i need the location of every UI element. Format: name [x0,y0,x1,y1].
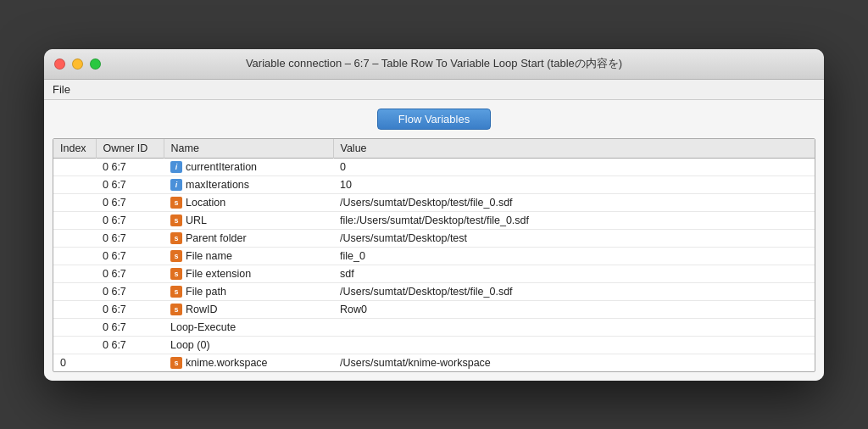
variable-name: Parent folder [186,232,247,244]
integer-icon: i [170,161,182,173]
cell-index [53,265,96,282]
table-header-row: Index Owner ID Name Value [53,139,815,159]
string-icon: s [170,286,182,298]
string-icon: s [170,197,182,209]
cell-owner: 0 6:7 [96,229,164,247]
cell-value: /Users/sumtat/Desktop/test/file_0.sdf [333,193,815,211]
string-icon: s [170,357,182,369]
cell-owner: 0 6:7 [96,193,164,211]
cell-index [53,193,96,211]
cell-value: file_0 [333,247,815,265]
cell-value: sdf [333,265,815,282]
cell-owner: 0 6:7 [96,282,164,300]
table-row: 0 6:7Loop-Execute [53,318,815,336]
cell-index [53,336,96,354]
cell-owner: 0 6:7 [96,247,164,265]
string-icon: s [170,232,182,244]
variable-name: File extension [186,268,251,280]
table-row: 0 6:7Loop (0) [53,336,815,354]
cell-value: /Users/sumtat/Desktop/test/file_0.sdf [333,282,815,300]
window-controls [54,58,101,70]
col-header-value: Value [333,139,815,159]
cell-value: 0 [333,158,815,176]
cell-owner: 0 6:7 [96,265,164,282]
table-row: 0 6:7icurrentIteration0 [53,158,815,176]
integer-icon: i [170,179,182,191]
cell-owner: 0 6:7 [96,176,164,193]
variable-name: URL [186,214,207,226]
cell-value: /Users/sumtat/knime-workspace [333,354,815,371]
variables-table-container: Index Owner ID Name Value 0 6:7icurrentI… [53,138,815,372]
table-row: 0 6:7sURLfile:/Users/sumtat/Desktop/test… [53,211,815,229]
cell-index [53,211,96,229]
cell-value: file:/Users/sumtat/Desktop/test/file_0.s… [333,211,815,229]
string-icon: s [170,304,182,315]
cell-name: Loop-Execute [164,318,333,336]
variable-name: File name [186,250,232,262]
cell-index [53,300,96,318]
col-header-owner: Owner ID [96,139,164,159]
cell-owner: 0 6:7 [96,300,164,318]
table-row: 0 6:7sLocation/Users/sumtat/Desktop/test… [53,193,815,211]
main-window: Variable connection – 6:7 – Table Row To… [44,49,824,381]
cell-name: sknime.workspace [164,354,333,371]
cell-name: icurrentIteration [164,158,333,176]
cell-value: Row0 [333,300,815,318]
cell-name: sFile path [164,282,333,300]
close-button[interactable] [54,58,65,70]
cell-owner: 0 6:7 [96,318,164,336]
toolbar-row: Flow Variables [53,109,815,130]
variable-name: Location [186,197,225,209]
cell-owner: 0 6:7 [96,158,164,176]
cell-name: sFile extension [164,265,333,282]
col-header-index: Index [53,139,96,159]
cell-name: sRowID [164,300,333,318]
variable-name: File path [186,286,226,298]
file-menu[interactable]: File [53,83,70,96]
cell-owner: 0 6:7 [96,336,164,354]
cell-index [53,176,96,193]
minimize-button[interactable] [72,58,83,70]
window-title: Variable connection – 6:7 – Table Row To… [246,56,622,71]
cell-index [53,158,96,176]
variables-table: Index Owner ID Name Value 0 6:7icurrentI… [53,139,815,371]
string-icon: s [170,250,182,262]
table-row: 0sknime.workspace/Users/sumtat/knime-wor… [53,354,815,371]
title-bar: Variable connection – 6:7 – Table Row To… [44,49,824,80]
cell-owner: 0 6:7 [96,211,164,229]
cell-index [53,247,96,265]
variable-name: RowID [186,304,218,315]
cell-index [53,318,96,336]
table-row: 0 6:7sRowIDRow0 [53,300,815,318]
cell-name: imaxIterations [164,176,333,193]
menu-bar: File [44,80,824,100]
cell-name: sLocation [164,193,333,211]
cell-name: sParent folder [164,229,333,247]
string-icon: s [170,268,182,280]
string-icon: s [170,214,182,226]
variable-name: maxIterations [186,179,249,191]
cell-index [53,282,96,300]
cell-index: 0 [53,354,96,371]
cell-value: /Users/sumtat/Desktop/test [333,229,815,247]
table-row: 0 6:7sFile extensionsdf [53,265,815,282]
variable-name: Loop-Execute [170,321,236,333]
variable-name: knime.workspace [186,357,268,369]
table-row: 0 6:7sFile namefile_0 [53,247,815,265]
cell-name: sFile name [164,247,333,265]
cell-index [53,229,96,247]
cell-name: sURL [164,211,333,229]
table-row: 0 6:7sParent folder/Users/sumtat/Desktop… [53,229,815,247]
cell-value [333,336,815,354]
cell-value: 10 [333,176,815,193]
flow-variables-button[interactable]: Flow Variables [377,109,491,130]
variable-name: currentIteration [186,161,257,173]
cell-name: Loop (0) [164,336,333,354]
maximize-button[interactable] [90,58,101,70]
table-row: 0 6:7sFile path/Users/sumtat/Desktop/tes… [53,282,815,300]
col-header-name: Name [164,139,333,159]
variable-name: Loop (0) [170,339,210,351]
table-row: 0 6:7imaxIterations10 [53,176,815,193]
content-area: Flow Variables Index Owner ID Name Value… [44,100,824,381]
cell-value [333,318,815,336]
